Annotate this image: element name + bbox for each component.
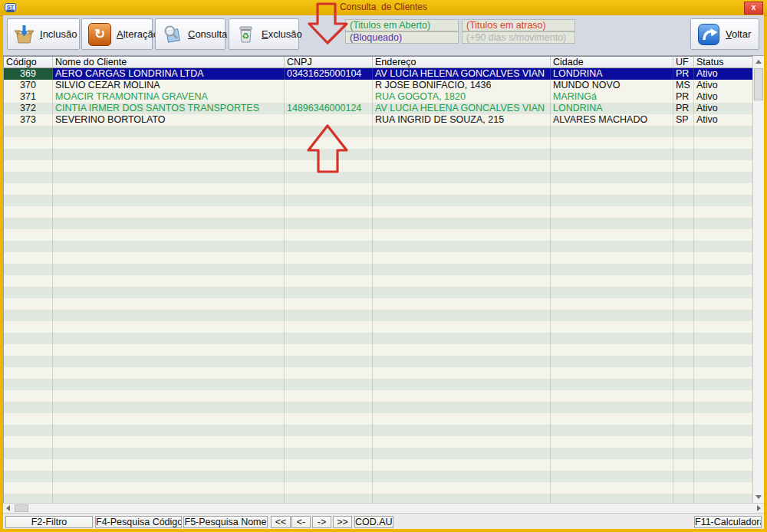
alteracao-label: Alteração	[117, 28, 159, 40]
table-row-373[interactable]: 373SEVERINO BORTOLATORUA INGRID DE SOUZA…	[4, 114, 753, 126]
cell-codigo: 369	[4, 68, 53, 80]
table-row-369[interactable]: 369AERO CARGAS LONDRINA LTDA034316250001…	[4, 68, 753, 80]
column-header-endereco[interactable]: Endereço	[373, 57, 551, 67]
empty-row	[4, 413, 753, 425]
empty-row	[4, 298, 753, 310]
cell-uf: MS	[673, 80, 694, 91]
app-window: ST Consulta de Clientes x Inclusão ↻	[0, 0, 767, 532]
empty-row	[4, 482, 753, 494]
scroll-down-button[interactable]	[753, 491, 764, 503]
empty-row	[4, 172, 753, 183]
legend-titulos-atraso: (Titulos em atraso)	[462, 19, 575, 31]
cell-codigo: 372	[4, 103, 53, 114]
horizontal-scrollbar[interactable]	[3, 503, 764, 513]
empty-row	[4, 252, 753, 264]
empty-row	[4, 264, 753, 275]
empty-row	[4, 344, 753, 356]
cell-uf: PR	[673, 103, 694, 114]
column-header-uf[interactable]: UF	[673, 57, 694, 67]
column-header-cnpj[interactable]: CNPJ	[285, 57, 373, 67]
vertical-scroll-thumb[interactable]	[754, 68, 763, 100]
refresh-orange-icon: ↻	[88, 23, 111, 46]
table-row-370[interactable]: 370SILVIO CEZAR MOLINAR JOSE BONIFACIO, …	[4, 80, 753, 91]
cell-nome: SILVIO CEZAR MOLINA	[53, 80, 285, 91]
consulta-label: Consulta	[188, 28, 227, 40]
nav-prev-button[interactable]: <-	[291, 516, 311, 528]
cell-uf: PR	[673, 68, 694, 80]
empty-row	[4, 448, 753, 459]
cell-nome: CINTIA IRMER DOS SANTOS TRANSPORTES	[53, 103, 285, 114]
empty-row	[4, 149, 753, 160]
f11-calculadora-button[interactable]: F11-Calculadora	[694, 516, 762, 528]
column-header-nome[interactable]: Nome do Cliente	[53, 57, 285, 67]
table-row-371[interactable]: 371MOACIR TRAMONTINA GRAVENARUA GOGOTA, …	[4, 91, 753, 103]
empty-row	[4, 379, 753, 390]
empty-row	[4, 459, 753, 471]
empty-row	[4, 229, 753, 241]
nav-last-button[interactable]: >>	[333, 516, 352, 528]
cell-codigo: 370	[4, 80, 53, 91]
chevron-down-icon	[755, 495, 762, 499]
scroll-left-button[interactable]	[3, 504, 13, 513]
inclusao-label: Inclusão	[40, 28, 77, 40]
column-header-codigo[interactable]: Código	[4, 57, 53, 67]
cell-cidade: MARINGá	[551, 91, 673, 103]
cell-codigo: 371	[4, 91, 53, 103]
cell-codigo: 373	[4, 114, 53, 126]
f2-filtro-button[interactable]: F2-Filtro	[5, 516, 93, 528]
column-header-status[interactable]: Status	[694, 57, 753, 67]
empty-row	[4, 402, 753, 413]
empty-row	[4, 137, 753, 149]
voltar-button[interactable]: Voltar	[690, 18, 759, 50]
back-arrow-icon	[697, 23, 720, 46]
f5-pesquisa-nome-button[interactable]: F5-Pesquisa Nome	[183, 516, 268, 528]
title-bar: ST Consulta de Clientes x	[0, 0, 767, 16]
alteracao-button[interactable]: ↻ Alteração	[81, 18, 153, 50]
empty-row	[4, 195, 753, 206]
legend-sem-movimento: (+90 dias s/movimento)	[462, 31, 575, 44]
cell-nome: AERO CARGAS LONDRINA LTDA	[53, 68, 285, 80]
cell-nome: SEVERINO BORTOLATO	[53, 114, 285, 126]
horizontal-scroll-thumb[interactable]	[15, 504, 28, 512]
cell-cidade: LONDRINA	[551, 103, 673, 114]
cod-aut-button[interactable]: COD.AUT.	[354, 516, 393, 528]
exclusao-button[interactable]: ♻ Exclusão	[229, 18, 299, 50]
empty-row	[4, 287, 753, 298]
inclusao-button[interactable]: Inclusão	[7, 18, 80, 50]
empty-row	[4, 275, 753, 287]
nav-first-button[interactable]: <<	[271, 516, 291, 528]
column-header-cidade[interactable]: Cidade	[551, 57, 673, 67]
table-row-372[interactable]: 372CINTIA IRMER DOS SANTOS TRANSPORTES14…	[4, 103, 753, 114]
vertical-scrollbar[interactable]	[752, 56, 764, 503]
nav-next-button[interactable]: ->	[312, 516, 331, 528]
cell-endereco: AV LUCIA HELENA GONCALVES VIAN	[373, 103, 551, 114]
svg-text:♻: ♻	[242, 31, 250, 41]
cell-endereco: R JOSE BONIFACIO, 1436	[373, 80, 551, 91]
legend-titulos-aberto: (Titulos em Aberto)	[345, 19, 459, 31]
cell-uf: SP	[673, 114, 694, 126]
cell-cidade: ALVARES MACHADO	[551, 114, 673, 126]
empty-row	[4, 436, 753, 448]
client-table: CódigoNome do ClienteCNPJEndereçoCidadeU…	[3, 56, 764, 503]
scroll-up-button[interactable]	[753, 56, 764, 67]
close-button[interactable]: x	[744, 2, 763, 15]
empty-row	[4, 425, 753, 436]
chevron-up-icon	[755, 60, 762, 64]
box-arrow-down-icon	[14, 24, 35, 44]
empty-row	[4, 126, 753, 137]
cell-cnpj	[285, 80, 373, 91]
cell-status: Ativo	[694, 80, 753, 91]
cell-cnpj	[285, 114, 373, 126]
consulta-button[interactable]: Consulta	[155, 18, 225, 50]
empty-row	[4, 333, 753, 344]
legend-bloqueado: (Bloqueado)	[345, 31, 459, 44]
empty-row	[4, 218, 753, 229]
cell-status: Ativo	[694, 68, 753, 80]
empty-row	[4, 183, 753, 195]
empty-row	[4, 390, 753, 402]
cell-cnpj: 03431625000104	[285, 68, 373, 80]
f4-pesquisa-codigo-button[interactable]: F4-Pesquisa Código	[95, 516, 182, 528]
table-body: 369AERO CARGAS LONDRINA LTDA034316250001…	[4, 68, 753, 503]
table-header: CódigoNome do ClienteCNPJEndereçoCidadeU…	[4, 56, 753, 68]
scroll-right-button[interactable]	[754, 504, 764, 513]
